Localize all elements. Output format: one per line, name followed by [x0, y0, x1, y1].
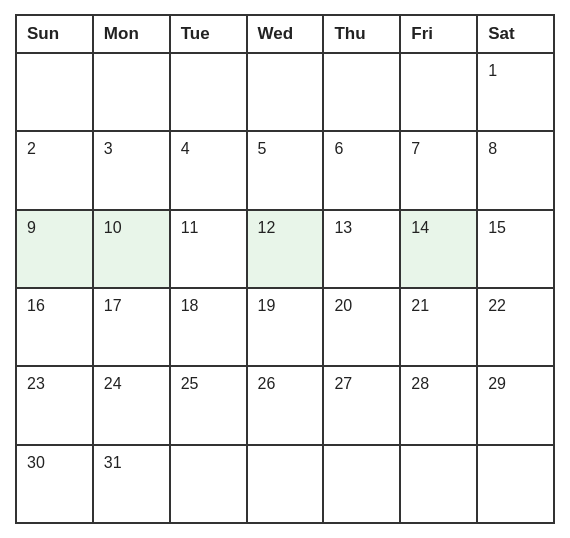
day-cell[interactable]: 19 [247, 288, 324, 366]
day-cell[interactable]: 21 [400, 288, 477, 366]
day-cell [93, 53, 170, 131]
day-cell[interactable]: 1 [477, 53, 554, 131]
day-cell[interactable]: 20 [323, 288, 400, 366]
day-cell [170, 445, 247, 523]
day-cell[interactable]: 6 [323, 131, 400, 209]
day-cell[interactable]: 17 [93, 288, 170, 366]
calendar-header-thu: Thu [323, 15, 400, 53]
day-cell[interactable]: 14 [400, 210, 477, 288]
calendar-header-sat: Sat [477, 15, 554, 53]
day-cell [16, 53, 93, 131]
day-cell[interactable]: 11 [170, 210, 247, 288]
day-cell[interactable]: 2 [16, 131, 93, 209]
day-cell[interactable]: 5 [247, 131, 324, 209]
day-cell[interactable]: 29 [477, 366, 554, 444]
calendar-header-tue: Tue [170, 15, 247, 53]
day-cell[interactable]: 22 [477, 288, 554, 366]
day-cell [400, 445, 477, 523]
calendar-header-wed: Wed [247, 15, 324, 53]
day-cell[interactable]: 18 [170, 288, 247, 366]
day-cell[interactable]: 23 [16, 366, 93, 444]
calendar-header-fri: Fri [400, 15, 477, 53]
day-cell[interactable]: 24 [93, 366, 170, 444]
day-cell[interactable]: 9 [16, 210, 93, 288]
day-cell[interactable]: 31 [93, 445, 170, 523]
day-cell[interactable]: 4 [170, 131, 247, 209]
day-cell [323, 445, 400, 523]
day-cell[interactable]: 12 [247, 210, 324, 288]
day-cell[interactable]: 10 [93, 210, 170, 288]
calendar-header-sun: Sun [16, 15, 93, 53]
day-cell [170, 53, 247, 131]
day-cell[interactable]: 30 [16, 445, 93, 523]
day-cell [247, 53, 324, 131]
day-cell [477, 445, 554, 523]
calendar-header-mon: Mon [93, 15, 170, 53]
day-cell[interactable]: 27 [323, 366, 400, 444]
day-cell[interactable]: 26 [247, 366, 324, 444]
day-cell [323, 53, 400, 131]
day-cell[interactable]: 8 [477, 131, 554, 209]
day-cell[interactable]: 7 [400, 131, 477, 209]
day-cell [400, 53, 477, 131]
day-cell[interactable]: 25 [170, 366, 247, 444]
day-cell[interactable]: 16 [16, 288, 93, 366]
day-cell[interactable]: 3 [93, 131, 170, 209]
calendar: SunMonTueWedThuFriSat1234567891011121314… [15, 14, 555, 524]
day-cell[interactable]: 28 [400, 366, 477, 444]
day-cell[interactable]: 15 [477, 210, 554, 288]
day-cell[interactable]: 13 [323, 210, 400, 288]
day-cell [247, 445, 324, 523]
